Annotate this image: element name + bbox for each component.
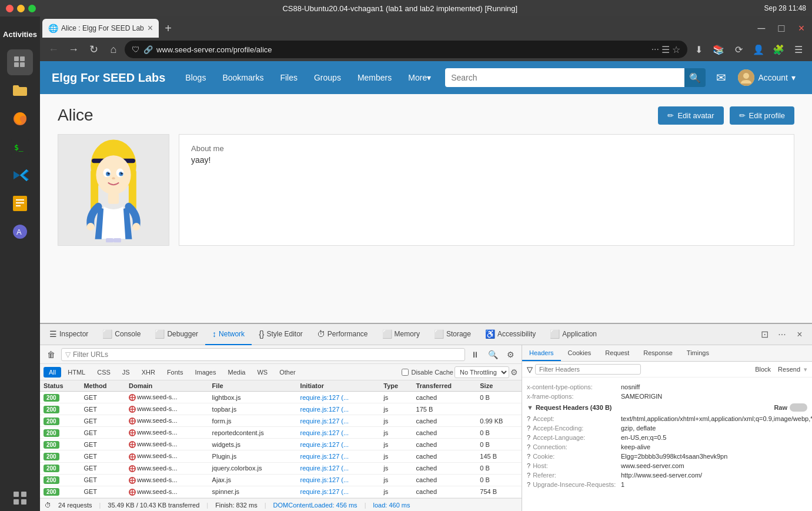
window-close[interactable] xyxy=(6,5,14,12)
col-file[interactable]: File xyxy=(209,380,297,392)
mail-icon[interactable]: ✉ xyxy=(711,71,731,85)
nav-members[interactable]: Members xyxy=(349,61,400,94)
col-size[interactable]: Size xyxy=(476,380,522,392)
raw-toggle-switch[interactable] xyxy=(790,403,807,412)
url-more-button[interactable]: ··· xyxy=(651,44,659,55)
filter-images[interactable]: Images xyxy=(189,367,221,378)
table-row[interactable]: 200 GET www.seed-s... Plugin.js require.… xyxy=(40,450,522,462)
bookmark-button[interactable]: ☆ xyxy=(672,44,680,55)
files-icon[interactable] xyxy=(7,49,33,75)
maximize-button[interactable]: □ xyxy=(773,20,790,36)
url-bar[interactable]: 🛡 🔗 www.seed-server.com/profile/alice ··… xyxy=(125,41,687,58)
table-row[interactable]: 200 GET www.seed-s... topbar.js require.… xyxy=(40,403,522,415)
search-input[interactable] xyxy=(445,68,684,87)
profile-button[interactable]: 👤 xyxy=(750,41,767,58)
filter-media[interactable]: Media xyxy=(222,367,250,378)
tab-headers[interactable]: Headers xyxy=(522,345,561,361)
devtools-tab-memory[interactable]: ⬜ Memory xyxy=(375,324,427,345)
extensions-button[interactable]: 🧩 xyxy=(770,41,787,58)
dock-button[interactable]: ⊡ xyxy=(757,327,772,342)
window-maximize[interactable] xyxy=(28,5,36,12)
filter-css[interactable]: CSS xyxy=(92,367,116,378)
nav-blogs[interactable]: Blogs xyxy=(177,61,214,94)
window-controls[interactable] xyxy=(6,5,36,12)
col-initiator[interactable]: Initiator xyxy=(297,380,380,392)
account-menu[interactable]: Account ▾ xyxy=(733,69,800,86)
search-network-button[interactable]: 🔍 xyxy=(485,347,500,362)
devtools-tab-debugger[interactable]: ⬜ Debugger xyxy=(148,324,205,345)
nav-files[interactable]: Files xyxy=(272,61,306,94)
store-icon[interactable]: A xyxy=(7,219,33,245)
devtools-tab-performance[interactable]: ⏱ Performance xyxy=(310,324,375,345)
filter-fonts[interactable]: Fonts xyxy=(162,367,189,378)
request-headers-title[interactable]: ▼Request Headers (430 B) Raw xyxy=(527,401,807,414)
back-button[interactable]: ← xyxy=(45,41,62,58)
new-tab-button[interactable]: + xyxy=(160,20,176,36)
sync-button[interactable]: ⟳ xyxy=(730,41,747,58)
filter-input[interactable] xyxy=(73,350,461,359)
col-type[interactable]: Type xyxy=(380,380,412,392)
filter-headers-input[interactable] xyxy=(535,364,641,375)
close-devtools-button[interactable]: × xyxy=(792,327,807,342)
terminal-icon[interactable]: $_ xyxy=(7,134,33,160)
close-browser-button[interactable]: × xyxy=(793,20,810,36)
filter-all[interactable]: All xyxy=(44,367,61,378)
browser-tab[interactable]: 🌐 Alice : Elgg For SEED Lab × xyxy=(42,19,159,38)
resend-button[interactable]: Resend xyxy=(778,366,800,373)
filter-ws[interactable]: WS xyxy=(252,367,273,378)
edit-profile-button[interactable]: ✏ Edit profile xyxy=(730,106,794,125)
filter-xhr[interactable]: XHR xyxy=(136,367,161,378)
forward-button[interactable]: → xyxy=(65,41,82,58)
window-minimize[interactable] xyxy=(17,5,25,12)
edit-avatar-button[interactable]: ✏ Edit avatar xyxy=(658,106,723,125)
disable-cache-checkbox[interactable] xyxy=(402,369,409,376)
nav-more[interactable]: More ▾ xyxy=(400,61,439,94)
resend-dropdown[interactable]: ▾ xyxy=(804,366,807,373)
reload-button[interactable]: ↻ xyxy=(85,41,102,58)
text-editor-icon[interactable] xyxy=(7,191,33,216)
folder-icon[interactable] xyxy=(7,78,33,103)
tab-timings[interactable]: Timings xyxy=(680,345,716,361)
col-transferred[interactable]: Transferred xyxy=(413,380,477,392)
devtools-more-button[interactable]: ··· xyxy=(774,327,790,342)
filter-html[interactable]: HTML xyxy=(62,367,91,378)
tab-close-button[interactable]: × xyxy=(148,24,153,33)
table-row[interactable]: 200 GET www.seed-s... form.js require.js… xyxy=(40,415,522,427)
vscode-icon[interactable] xyxy=(7,162,33,188)
devtools-tab-application[interactable]: ⬜ Application xyxy=(543,324,604,345)
table-row[interactable]: 200 GET www.seed-s... spinner.js require… xyxy=(40,486,522,497)
devtools-tab-storage[interactable]: ⬜ Storage xyxy=(427,324,478,345)
devtools-tab-network[interactable]: ↕ Network xyxy=(205,324,252,345)
tab-response[interactable]: Response xyxy=(636,345,680,361)
block-button[interactable]: Block xyxy=(755,366,771,373)
filter-other[interactable]: Other xyxy=(274,367,301,378)
network-gear-icon[interactable]: ⚙ xyxy=(510,368,518,377)
elgg-brand[interactable]: Elgg For SEED Labs xyxy=(52,71,165,85)
table-row[interactable]: 200 GET www.seed-s... jquery.colorbox.js… xyxy=(40,462,522,474)
window-controls-browser[interactable]: ─ □ × xyxy=(753,20,810,36)
table-row[interactable]: 200 GET www.seed-s... Ajax.js require.js… xyxy=(40,474,522,486)
nav-bookmarks[interactable]: Bookmarks xyxy=(214,61,272,94)
col-status[interactable]: Status xyxy=(40,380,80,392)
reader-mode-button[interactable]: ☰ xyxy=(661,44,670,55)
home-button[interactable]: ⌂ xyxy=(105,41,122,58)
col-domain[interactable]: Domain xyxy=(125,380,209,392)
devtools-tab-console[interactable]: ⬜ Console xyxy=(95,324,148,345)
table-row[interactable]: 200 GET www.seed-s... lightbox.js requir… xyxy=(40,392,522,403)
clear-button[interactable]: 🗑 xyxy=(44,347,59,362)
tab-request[interactable]: Request xyxy=(598,345,636,361)
activities-button[interactable]: Activities xyxy=(7,21,33,47)
devtools-tab-accessibility[interactable]: ♿ Accessibility xyxy=(478,324,543,345)
devtools-tab-style-editor[interactable]: {} Style Editor xyxy=(252,324,310,345)
network-settings-button[interactable]: ⚙ xyxy=(503,347,518,362)
nav-groups[interactable]: Groups xyxy=(306,61,349,94)
pause-button[interactable]: ⏸ xyxy=(467,347,483,362)
filter-js[interactable]: JS xyxy=(117,367,135,378)
col-method[interactable]: Method xyxy=(80,380,125,392)
throttle-select[interactable]: No Throttling xyxy=(455,366,509,378)
search-button[interactable]: 🔍 xyxy=(684,68,706,87)
menu-button[interactable]: ☰ xyxy=(790,41,807,58)
downloads-button[interactable]: ⬇ xyxy=(690,41,707,58)
table-row[interactable]: 200 GET www.seed-s... reportedcontent.js… xyxy=(40,427,522,439)
tab-cookies[interactable]: Cookies xyxy=(561,345,599,361)
